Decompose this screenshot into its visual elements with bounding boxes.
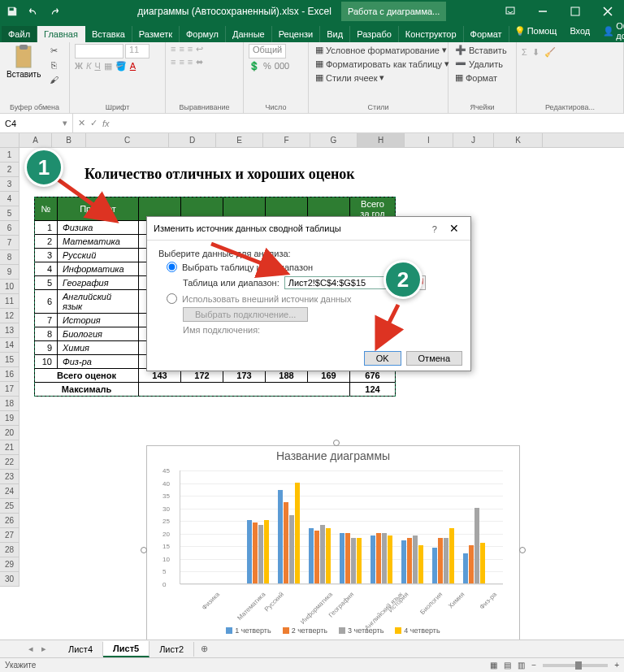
name-box[interactable]: C4▾ [0, 114, 73, 132]
ok-button[interactable]: OK [364, 351, 401, 366]
tab-view[interactable]: Вид [320, 26, 350, 42]
close-dialog-icon[interactable]: ✕ [444, 222, 464, 235]
underline-icon[interactable]: Ч [94, 61, 100, 72]
cell-styles-button[interactable]: ▦Стили ячеек▾ [314, 72, 451, 84]
dialog-prompt: Выберите данные для анализа: [158, 249, 459, 258]
add-sheet-icon[interactable]: ⊕ [194, 644, 214, 654]
font-size-combo[interactable]: 11 [125, 44, 150, 59]
cond-format-button[interactable]: ▦Условное форматирование▾ [314, 44, 451, 56]
choose-connection-button: Выбрать подключение... [183, 307, 308, 322]
tab-home[interactable]: Главная [37, 26, 85, 42]
callout-badge-1: 1 [24, 148, 63, 187]
fill-color-icon[interactable]: 🪣 [115, 61, 127, 72]
number-format-combo[interactable]: Общий [249, 44, 286, 59]
undo-icon[interactable] [24, 2, 42, 20]
sign-in[interactable]: Вход [565, 24, 595, 37]
zoom-in-icon[interactable]: + [614, 661, 619, 670]
font-name-combo[interactable] [75, 44, 124, 59]
formula-input[interactable] [115, 114, 624, 132]
insert-cells-button[interactable]: ➕Вставить [453, 44, 509, 56]
tell-me[interactable]: 💡Помощ [509, 24, 562, 38]
chart-object[interactable]: Название диаграммы 051015202530354045 Фи… [146, 445, 520, 648]
maximize-icon[interactable] [559, 0, 592, 23]
tab-design[interactable]: Конструктор [399, 26, 464, 42]
minimize-icon[interactable] [526, 0, 559, 23]
align-bot-icon[interactable]: ≡ [188, 44, 193, 54]
share-button[interactable]: 👤Общий доступ [598, 20, 624, 42]
autosum-icon[interactable]: Σ [522, 47, 527, 57]
tab-layout[interactable]: Разметк [132, 26, 180, 42]
external-source-radio[interactable] [167, 293, 177, 304]
zoom-out-icon[interactable]: − [531, 661, 536, 670]
styles-icon: ▦ [315, 72, 323, 83]
font-color-icon[interactable]: A [130, 61, 136, 72]
cut-icon[interactable]: ✂ [46, 44, 62, 57]
chart-plot-area[interactable]: 051015202530354045 [180, 470, 503, 584]
cancel-button[interactable]: Отмена [406, 351, 462, 366]
format-painter-icon[interactable]: 🖌 [46, 73, 62, 86]
redo-icon[interactable] [46, 2, 63, 20]
italic-icon[interactable]: К [86, 61, 91, 72]
align-center-icon[interactable]: ≡ [179, 57, 184, 67]
align-top-icon[interactable]: ≡ [171, 44, 176, 54]
sheet-tab-Лист2[interactable]: Лист2 [150, 642, 194, 657]
prev-sheet-icon[interactable]: ◂ [24, 644, 37, 654]
close-icon[interactable] [592, 0, 624, 23]
svg-rect-0 [10, 8, 14, 11]
table-icon: ▦ [315, 59, 323, 69]
sheet-tab-Лист4[interactable]: Лист4 [58, 642, 103, 657]
tab-review[interactable]: Рецензи [272, 26, 321, 42]
chart-tools-tab[interactable]: Работа с диаграмма... [341, 2, 446, 21]
view-normal-icon[interactable]: ▦ [490, 661, 497, 670]
chart-title[interactable]: Название диаграммы [147, 446, 519, 466]
view-pagebreak-icon[interactable]: ▥ [518, 661, 525, 670]
format-cells-button[interactable]: ▦Формат [453, 72, 509, 84]
align-right-icon[interactable]: ≡ [188, 57, 193, 67]
external-source-label[interactable]: Использовать внешний источник данных [182, 294, 351, 304]
tab-developer[interactable]: Разрабо [350, 26, 399, 42]
save-icon[interactable] [3, 2, 21, 20]
help-icon[interactable]: ? [427, 224, 442, 234]
select-range-label[interactable]: Выбрать таблицу или диапазон [182, 262, 313, 272]
border-icon[interactable]: ▦ [104, 61, 112, 72]
wrap-icon[interactable]: ↩ [196, 44, 203, 54]
select-range-radio[interactable] [167, 262, 177, 272]
align-mid-icon[interactable]: ≡ [179, 44, 184, 54]
sheet-tab-Лист5[interactable]: Лист5 [103, 641, 150, 657]
align-left-icon[interactable]: ≡ [171, 57, 176, 67]
tab-format[interactable]: Формат [464, 26, 509, 42]
sheet-title-cell: Количество отличных и хороших оценок [84, 166, 355, 183]
formula-bar: C4▾ ✕ ✓ fx [0, 114, 624, 133]
status-bar: Укажите ▦ ▤ ▥ − + [0, 657, 624, 672]
fx-icon[interactable]: fx [102, 119, 110, 128]
tab-data[interactable]: Данные [226, 26, 272, 42]
next-sheet-icon[interactable]: ▸ [37, 644, 50, 654]
bold-icon[interactable]: Ж [75, 61, 83, 72]
merge-icon[interactable]: ⬌ [196, 57, 203, 67]
document-title: диаграммы (Автосохраненный).xlsx - Excel [137, 6, 332, 17]
paste-button[interactable]: Вставить [5, 44, 42, 80]
cancel-fx-icon[interactable]: ✕ [78, 118, 85, 128]
svg-rect-3 [571, 7, 579, 15]
copy-icon[interactable]: ⎘ [46, 59, 62, 72]
sheet-tab-bar: ◂ ▸ Лист4Лист5Лист2 ⊕ [0, 639, 624, 657]
tab-formulas[interactable]: Формул [180, 26, 226, 42]
connection-name-label: Имя подключения: [183, 325, 260, 335]
ribbon-options-icon[interactable] [494, 0, 526, 23]
clear-icon[interactable]: 🧹 [544, 47, 556, 58]
currency-icon[interactable]: 💲 [249, 61, 260, 72]
delete-cells-button[interactable]: ➖Удалить [453, 58, 509, 70]
tab-insert[interactable]: Вставка [85, 26, 132, 42]
svg-rect-5 [20, 45, 28, 50]
comma-icon[interactable]: 000 [275, 61, 289, 72]
fill-icon[interactable]: ⬇ [532, 47, 540, 58]
callout-badge-2: 2 [384, 260, 422, 299]
format-table-button[interactable]: ▦Форматировать как таблицу▾ [314, 58, 451, 70]
tab-file[interactable]: Файл [2, 26, 37, 42]
enter-fx-icon[interactable]: ✓ [90, 118, 98, 128]
view-pagelayout-icon[interactable]: ▤ [504, 661, 511, 670]
zoom-slider[interactable] [543, 664, 608, 667]
delete-icon: ➖ [455, 59, 466, 69]
percent-icon[interactable]: % [263, 61, 271, 72]
chart-legend[interactable]: 1 четверть2 четверть3 четверть4 четверть [147, 625, 519, 636]
